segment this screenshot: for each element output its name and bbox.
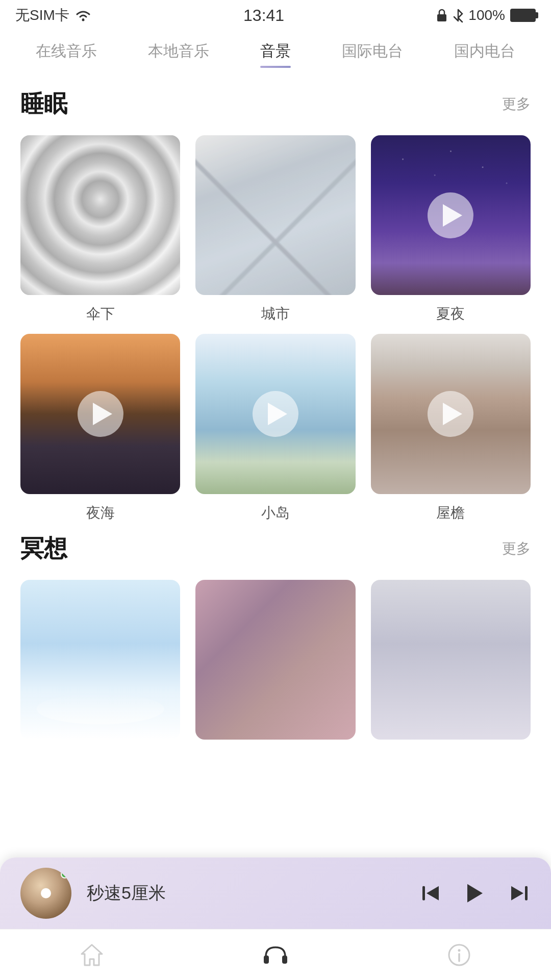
item-bird[interactable] <box>371 580 531 749</box>
sleep-section-header: 睡眠 更多 <box>20 88 531 120</box>
label-city: 城市 <box>261 304 290 324</box>
status-carrier: 无SIM卡 <box>15 6 92 25</box>
bottom-player: 秒速5厘米 <box>0 857 551 929</box>
tab-soundscape[interactable]: 音景 <box>250 41 301 68</box>
play-button[interactable] <box>467 884 483 902</box>
img-bird <box>371 580 531 740</box>
tab-online-music[interactable]: 在线音乐 <box>26 41 107 68</box>
img-night-sea <box>20 334 180 494</box>
album-art[interactable] <box>20 868 71 919</box>
img-eaves <box>371 334 531 494</box>
prev-button[interactable] <box>419 882 442 904</box>
img-umbrella <box>20 135 180 295</box>
meditation-title: 冥想 <box>20 533 67 565</box>
home-icon <box>79 942 105 968</box>
bottom-nav <box>0 929 551 980</box>
play-btn-summer-night[interactable] <box>428 192 473 238</box>
status-bar: 无SIM卡 13:41 100% <box>0 0 551 31</box>
tab-local-music[interactable]: 本地音乐 <box>138 41 219 68</box>
label-eaves: 屋檐 <box>436 503 465 523</box>
img-city <box>195 135 355 295</box>
item-night-sea[interactable]: 夜海 <box>20 334 180 522</box>
svg-point-8 <box>458 949 461 951</box>
sleep-more-button[interactable]: 更多 <box>502 94 531 114</box>
play-triangle-icon <box>93 403 112 425</box>
label-summer-night: 夏夜 <box>436 304 465 324</box>
svg-rect-4 <box>264 955 269 964</box>
play-triangle-icon <box>443 403 462 425</box>
item-clouds[interactable] <box>20 580 180 749</box>
album-playing-dot <box>61 870 69 878</box>
tab-bar: 在线音乐 本地音乐 音景 国际电台 国内电台 <box>0 31 551 68</box>
tab-active-underline <box>260 66 291 68</box>
tab-local-radio[interactable]: 国内电台 <box>444 41 525 68</box>
label-umbrella: 伞下 <box>86 304 115 324</box>
item-summer-night[interactable]: 夏夜 <box>371 135 531 324</box>
player-song-title[interactable]: 秒速5厘米 <box>87 881 404 905</box>
svg-rect-1 <box>437 14 446 21</box>
play-triangle-icon <box>443 204 462 227</box>
item-eaves[interactable]: 屋檐 <box>371 334 531 522</box>
sleep-title: 睡眠 <box>20 88 67 120</box>
sleep-row-2: 夜海 小岛 屋檐 <box>20 334 531 522</box>
play-btn-eaves[interactable] <box>428 391 473 437</box>
wifi-icon <box>74 8 92 22</box>
item-city[interactable]: 城市 <box>195 135 355 324</box>
battery-icon <box>510 9 536 22</box>
play-icon <box>467 884 483 902</box>
info-icon <box>446 942 472 968</box>
carrier-text: 无SIM卡 <box>15 6 69 25</box>
meditation-section-header: 冥想 更多 <box>20 533 531 565</box>
status-time: 13:41 <box>243 6 284 25</box>
label-island: 小岛 <box>261 503 290 523</box>
svg-rect-3 <box>525 886 528 900</box>
img-summer-night <box>371 135 531 295</box>
main-content: 睡眠 更多 伞下 城市 夏夜 <box>0 68 551 871</box>
headphones-icon <box>261 940 290 970</box>
player-controls <box>419 882 531 904</box>
img-island <box>195 334 355 494</box>
play-btn-island[interactable] <box>253 391 298 437</box>
tab-intl-radio[interactable]: 国际电台 <box>332 41 413 68</box>
meditation-row-1 <box>20 580 531 749</box>
lock-icon <box>436 8 448 23</box>
bluetooth-icon <box>453 8 463 23</box>
svg-point-0 <box>82 19 84 21</box>
nav-info[interactable] <box>429 935 490 975</box>
sleep-row-1: 伞下 城市 夏夜 <box>20 135 531 324</box>
status-icons: 100% <box>436 7 536 23</box>
svg-rect-5 <box>282 955 287 964</box>
img-abstract <box>195 580 355 740</box>
item-abstract[interactable] <box>195 580 355 749</box>
nav-music[interactable] <box>245 935 306 975</box>
play-btn-night-sea[interactable] <box>78 391 123 437</box>
play-triangle-icon <box>268 403 287 425</box>
meditation-more-button[interactable]: 更多 <box>502 539 531 558</box>
item-umbrella[interactable]: 伞下 <box>20 135 180 324</box>
item-island[interactable]: 小岛 <box>195 334 355 522</box>
next-button[interactable] <box>508 882 531 904</box>
nav-home[interactable] <box>61 935 122 975</box>
svg-rect-2 <box>422 886 425 900</box>
img-clouds <box>20 580 180 740</box>
label-night-sea: 夜海 <box>86 503 115 523</box>
battery-pct: 100% <box>468 7 505 23</box>
